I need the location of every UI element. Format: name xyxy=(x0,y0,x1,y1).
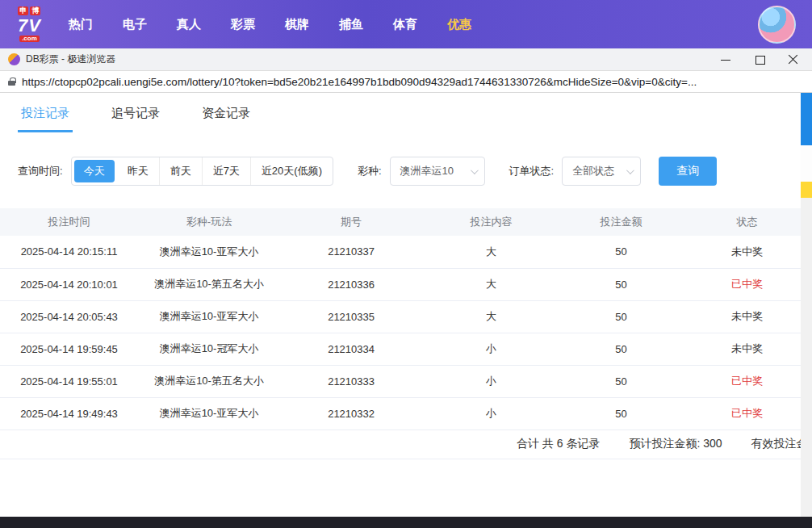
cell-amount: 50 xyxy=(560,333,682,365)
nav-item-hot[interactable]: 热门 xyxy=(69,17,93,32)
order-status-select[interactable]: 全部状态 xyxy=(562,157,641,186)
logo-badge-2: 博 xyxy=(30,6,40,15)
lottery-select-value: 澳洲幸运10 xyxy=(400,164,454,178)
cell-amount: 50 xyxy=(560,300,682,333)
time-option-yesterday[interactable]: 昨天 xyxy=(117,157,159,185)
cell-game: 澳洲幸运10-第五名大小 xyxy=(138,365,280,397)
table-row: 2025-04-14 19:59:45 澳洲幸运10-冠军大小 21210334… xyxy=(0,333,812,365)
cell-content: 小 xyxy=(422,397,560,430)
window-controls xyxy=(720,54,804,65)
table-summary-row: 合计 共 6 条记录 预计投注金额: 300 有效投注金额 xyxy=(0,430,812,459)
header-bet-time: 投注时间 xyxy=(0,208,138,236)
cell-game: 澳洲幸运10-亚军大小 xyxy=(138,397,280,430)
cell-issue: 21210336 xyxy=(280,268,422,300)
tab-bet-records[interactable]: 投注记录 xyxy=(18,106,73,132)
cell-game: 澳洲幸运10-冠军大小 xyxy=(138,333,280,365)
browser-title-bar: DB彩票 - 极速浏览器 xyxy=(0,48,812,71)
cell-amount: 50 xyxy=(560,365,682,397)
right-strip-blue-segment xyxy=(801,93,812,145)
header-bet-amount: 投注金额 xyxy=(560,208,682,236)
cell-issue: 21210335 xyxy=(280,300,422,333)
status-select-value: 全部状态 xyxy=(572,164,614,178)
header-issue: 期号 xyxy=(280,208,422,236)
site-logo[interactable]: 申 博 7V .com xyxy=(18,6,41,42)
cell-content: 大 xyxy=(422,236,560,268)
tab-fund-records[interactable]: 资金记录 xyxy=(199,106,253,132)
lottery-filter-label: 彩种: xyxy=(358,164,382,178)
cell-status: 已中奖 xyxy=(682,397,812,430)
nav-item-fishing[interactable]: 捕鱼 xyxy=(339,17,363,32)
cell-status: 已中奖 xyxy=(682,268,812,300)
site-top-nav: 申 博 7V .com 热门 电子 真人 彩票 棋牌 捕鱼 体育 优惠 xyxy=(0,0,812,48)
nav-item-live[interactable]: 真人 xyxy=(177,17,201,32)
time-option-20days[interactable]: 近20天(低频) xyxy=(250,157,333,185)
filter-bar: 查询时间: 今天 昨天 前天 近7天 近20天(低频) 彩种: 澳洲幸运10 订… xyxy=(18,157,812,186)
nav-item-lottery[interactable]: 彩票 xyxy=(231,17,255,32)
cell-status: 未中奖 xyxy=(682,236,812,268)
time-filter-group: 今天 昨天 前天 近7天 近20天(低频) xyxy=(71,157,333,186)
cell-content: 大 xyxy=(422,268,560,300)
tab-chase-records[interactable]: 追号记录 xyxy=(108,106,163,132)
bottom-dark-bar xyxy=(0,517,812,528)
cell-issue: 21210337 xyxy=(280,236,422,268)
close-button[interactable] xyxy=(788,54,799,65)
cell-game: 澳洲幸运10-亚军大小 xyxy=(138,236,280,268)
maximize-button[interactable] xyxy=(754,54,765,65)
cell-amount: 50 xyxy=(560,397,682,430)
cell-status: 未中奖 xyxy=(682,333,812,365)
cell-issue: 21210333 xyxy=(280,365,422,397)
cell-time: 2025-04-14 19:55:01 xyxy=(0,365,138,397)
cell-game: 澳洲幸运10-亚军大小 xyxy=(138,300,280,333)
cell-issue: 21210332 xyxy=(280,397,422,430)
cell-status: 未中奖 xyxy=(682,300,812,333)
cell-content: 小 xyxy=(422,333,560,365)
cell-time: 2025-04-14 19:59:45 xyxy=(0,333,138,365)
right-strip-white-segment xyxy=(801,145,812,182)
user-avatar[interactable] xyxy=(758,6,796,44)
cell-time: 2025-04-14 19:49:43 xyxy=(0,397,138,430)
bet-records-table: 投注时间 彩种-玩法 期号 投注内容 投注金额 状态 2025-04-14 20… xyxy=(0,208,812,430)
nav-item-slots[interactable]: 电子 xyxy=(123,17,147,32)
minimize-button[interactable] xyxy=(720,54,731,65)
query-button[interactable]: 查询 xyxy=(659,157,717,186)
cell-game: 澳洲幸运10-第五名大小 xyxy=(138,268,280,300)
cell-status: 已中奖 xyxy=(682,365,812,397)
cell-time: 2025-04-14 20:15:11 xyxy=(0,236,138,268)
right-edge-strip xyxy=(801,93,812,517)
status-filter-label: 订单状态: xyxy=(509,164,555,178)
nav-item-promos[interactable]: 优惠 xyxy=(447,17,471,32)
cell-content: 大 xyxy=(422,300,560,333)
browser-address-bar: https://ctopcp02pcali.uengi5e.com/lotter… xyxy=(0,71,812,93)
logo-badge-1: 申 xyxy=(18,6,28,15)
header-status: 状态 xyxy=(682,208,812,236)
table-row: 2025-04-14 20:10:01 澳洲幸运10-第五名大小 2121033… xyxy=(0,268,812,300)
cell-amount: 50 xyxy=(560,268,682,300)
summary-expected: 预计投注金额: 300 xyxy=(629,437,722,451)
time-option-7days[interactable]: 近7天 xyxy=(202,157,250,185)
nav-item-sports[interactable]: 体育 xyxy=(393,17,417,32)
cell-amount: 50 xyxy=(560,236,682,268)
table-row: 2025-04-14 19:55:01 澳洲幸运10-第五名大小 2121033… xyxy=(0,365,812,397)
window-title: DB彩票 - 极速浏览器 xyxy=(26,52,115,66)
header-game-play: 彩种-玩法 xyxy=(138,208,280,236)
time-option-daybefore[interactable]: 前天 xyxy=(159,157,202,185)
summary-total: 合计 共 6 条记录 xyxy=(517,437,600,451)
url-text[interactable]: https://ctopcp02pcali.uengi5e.com/lotter… xyxy=(22,76,697,88)
browser-favicon-icon xyxy=(8,53,20,65)
time-filter-label: 查询时间: xyxy=(18,164,63,178)
table-row: 2025-04-14 20:15:11 澳洲幸运10-亚军大小 21210337… xyxy=(0,236,812,268)
lottery-records-page: 投注记录 追号记录 资金记录 查询时间: 今天 昨天 前天 近7天 近20天(低… xyxy=(0,93,812,517)
table-row: 2025-04-14 20:05:43 澳洲幸运10-亚军大小 21210335… xyxy=(0,300,812,333)
lock-icon[interactable] xyxy=(8,78,15,86)
cell-time: 2025-04-14 20:05:43 xyxy=(0,300,138,333)
lottery-select[interactable]: 澳洲幸运10 xyxy=(390,157,485,186)
site-nav-items: 热门 电子 真人 彩票 棋牌 捕鱼 体育 优惠 xyxy=(69,17,471,32)
chevron-down-icon xyxy=(626,166,634,174)
header-bet-content: 投注内容 xyxy=(422,208,560,236)
nav-item-boardgames[interactable]: 棋牌 xyxy=(285,17,309,32)
screen: 申 博 7V .com 热门 电子 真人 彩票 棋牌 捕鱼 体育 优惠 DB彩票… xyxy=(0,0,812,528)
time-option-today[interactable]: 今天 xyxy=(74,160,115,182)
table-header-row: 投注时间 彩种-玩法 期号 投注内容 投注金额 状态 xyxy=(0,208,812,236)
table-row: 2025-04-14 19:49:43 澳洲幸运10-亚军大小 21210332… xyxy=(0,397,812,430)
cell-content: 小 xyxy=(422,365,560,397)
